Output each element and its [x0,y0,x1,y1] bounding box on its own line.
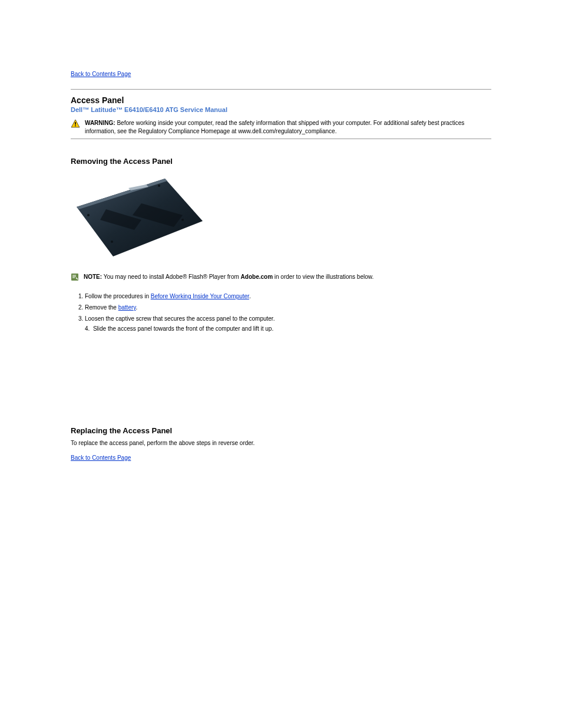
warning-label: WARNING: [85,120,115,126]
note-body-4: in order to view the illustrations below… [273,274,373,280]
warning-text: WARNING: Before working inside your comp… [85,119,491,135]
svg-point-9 [111,241,113,243]
note-body-3: Player from [207,274,241,280]
back-to-contents-top-link[interactable]: Back to Contents Page [71,71,131,77]
svg-rect-2 [75,126,76,127]
step-1: Follow the procedures in Before Working … [85,292,491,301]
note-icon [71,273,79,281]
svg-point-11 [158,185,160,187]
svg-point-10 [181,219,184,221]
step-4-text: Slide the access panel towards the front… [93,325,273,332]
product-image [71,174,204,262]
step-2: Remove the battery. [85,303,491,312]
replace-text: To replace the access panel, perform the… [71,440,491,446]
step-4: 4. Slide the access panel towards the fr… [71,325,491,332]
adobe-link-text: Adobe.com [241,274,273,280]
note-label: NOTE: [84,274,102,280]
svg-marker-3 [77,179,203,256]
note-body-2: Flash [187,274,203,280]
registered-mark-2: ® [203,274,207,280]
svg-rect-12 [71,274,78,281]
step-1-pre: Follow the procedures in [85,293,151,299]
step-1-post: . [249,293,251,299]
note-text: NOTE: You may need to install Adobe® Fla… [84,273,373,281]
svg-rect-1 [75,122,76,125]
battery-link[interactable]: battery [118,304,136,311]
remove-heading: Removing the Access Panel [71,157,491,166]
step-2-pre: Remove the [85,304,118,311]
manual-title: Dell™ Latitude™ E6410/E6410 ATG Service … [71,106,491,113]
divider [71,89,491,90]
steps-list: Follow the procedures in Before Working … [71,292,491,323]
step-2-post: . [136,304,138,311]
replace-heading: Replacing the Access Panel [71,426,491,435]
svg-point-8 [87,214,90,216]
before-working-link[interactable]: Before Working Inside Your Computer [151,293,249,299]
note-body-1: You may need to install Adobe [104,274,183,280]
warning-icon [71,119,80,129]
page-title: Access Panel [71,95,491,105]
warning-body: Before working inside your computer, rea… [85,120,464,134]
step-3: Loosen the captive screw that secures th… [85,314,491,323]
back-to-contents-bottom-link[interactable]: Back to Contents Page [71,454,131,461]
